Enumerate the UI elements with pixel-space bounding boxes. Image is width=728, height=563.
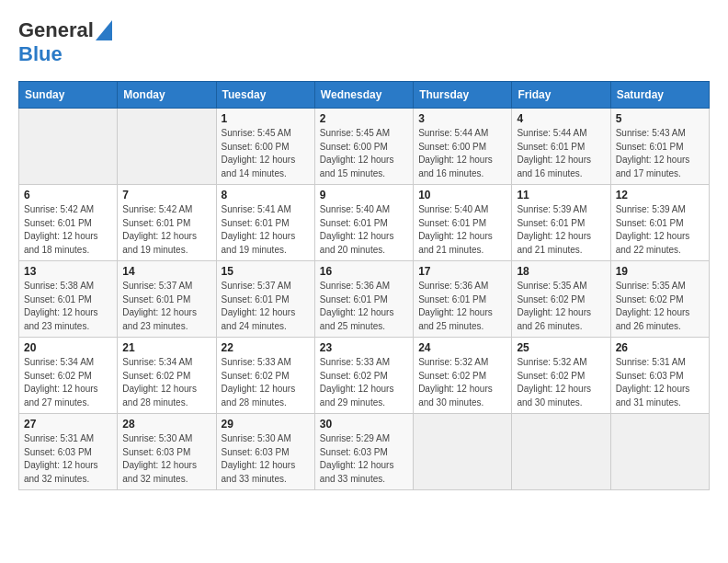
- day-number: 4: [517, 112, 605, 125]
- day-number: 12: [616, 189, 704, 201]
- day-info: Sunrise: 5:32 AMSunset: 6:02 PMDaylight:…: [418, 356, 506, 409]
- day-info: Sunrise: 5:39 AMSunset: 6:01 PMDaylight:…: [616, 203, 704, 257]
- day-info: Sunrise: 5:31 AMSunset: 6:03 PMDaylight:…: [24, 432, 112, 486]
- dow-header-monday: Monday: [118, 82, 216, 109]
- calendar-cell: 4Sunrise: 5:44 AMSunset: 6:01 PMDaylight…: [512, 109, 610, 185]
- day-info: Sunrise: 5:37 AMSunset: 6:01 PMDaylight:…: [222, 280, 310, 333]
- day-number: 28: [122, 418, 210, 431]
- calendar-cell: 16Sunrise: 5:36 AMSunset: 6:01 PMDayligh…: [314, 261, 413, 338]
- calendar-cell: 23Sunrise: 5:33 AMSunset: 6:02 PMDayligh…: [314, 338, 413, 414]
- day-info: Sunrise: 5:41 AMSunset: 6:01 PMDaylight:…: [222, 203, 310, 257]
- calendar-cell: [414, 414, 512, 490]
- day-number: 20: [24, 341, 112, 354]
- calendar-cell: 29Sunrise: 5:30 AMSunset: 6:03 PMDayligh…: [216, 414, 314, 490]
- day-number: 24: [418, 341, 506, 354]
- day-info: Sunrise: 5:29 AMSunset: 6:03 PMDaylight:…: [320, 432, 408, 486]
- calendar-cell: 15Sunrise: 5:37 AMSunset: 6:01 PMDayligh…: [216, 261, 314, 338]
- day-number: 9: [320, 189, 408, 201]
- day-number: 6: [24, 189, 112, 201]
- day-info: Sunrise: 5:40 AMSunset: 6:01 PMDaylight:…: [418, 203, 506, 257]
- day-number: 25: [517, 341, 605, 354]
- calendar-cell: 19Sunrise: 5:35 AMSunset: 6:02 PMDayligh…: [610, 261, 709, 338]
- calendar-table: SundayMondayTuesdayWednesdayThursdayFrid…: [18, 81, 710, 490]
- calendar-cell: 2Sunrise: 5:45 AMSunset: 6:00 PMDaylight…: [314, 109, 413, 185]
- calendar-cell: 7Sunrise: 5:42 AMSunset: 6:01 PMDaylight…: [118, 185, 216, 261]
- day-number: 15: [222, 265, 310, 278]
- day-number: 8: [222, 189, 310, 201]
- calendar-cell: 10Sunrise: 5:40 AMSunset: 6:01 PMDayligh…: [414, 185, 512, 261]
- calendar-body: 1Sunrise: 5:45 AMSunset: 6:00 PMDaylight…: [19, 109, 710, 490]
- day-number: 14: [122, 265, 210, 278]
- day-number: 3: [418, 112, 506, 125]
- day-info: Sunrise: 5:39 AMSunset: 6:01 PMDaylight:…: [517, 203, 605, 257]
- day-number: 17: [418, 265, 506, 278]
- week-row-3: 13Sunrise: 5:38 AMSunset: 6:01 PMDayligh…: [19, 261, 710, 338]
- day-number: 26: [616, 341, 704, 354]
- day-info: Sunrise: 5:36 AMSunset: 6:01 PMDaylight:…: [418, 280, 506, 333]
- day-info: Sunrise: 5:38 AMSunset: 6:01 PMDaylight:…: [24, 280, 112, 333]
- dow-header-saturday: Saturday: [610, 82, 709, 109]
- logo-arrow-icon: [96, 20, 112, 40]
- calendar-cell: 26Sunrise: 5:31 AMSunset: 6:03 PMDayligh…: [610, 338, 709, 414]
- dow-header-thursday: Thursday: [414, 82, 512, 109]
- day-info: Sunrise: 5:34 AMSunset: 6:02 PMDaylight:…: [24, 356, 112, 409]
- day-info: Sunrise: 5:44 AMSunset: 6:01 PMDaylight:…: [517, 127, 605, 180]
- day-info: Sunrise: 5:30 AMSunset: 6:03 PMDaylight:…: [222, 432, 310, 486]
- week-row-1: 1Sunrise: 5:45 AMSunset: 6:00 PMDaylight…: [19, 109, 710, 185]
- day-info: Sunrise: 5:44 AMSunset: 6:00 PMDaylight:…: [418, 127, 506, 180]
- calendar-cell: 25Sunrise: 5:32 AMSunset: 6:02 PMDayligh…: [512, 338, 610, 414]
- calendar-cell: [512, 414, 610, 490]
- day-info: Sunrise: 5:36 AMSunset: 6:01 PMDaylight:…: [320, 280, 408, 333]
- day-number: 13: [24, 265, 112, 278]
- day-info: Sunrise: 5:34 AMSunset: 6:02 PMDaylight:…: [122, 356, 210, 409]
- calendar-cell: 11Sunrise: 5:39 AMSunset: 6:01 PMDayligh…: [512, 185, 610, 261]
- day-info: Sunrise: 5:33 AMSunset: 6:02 PMDaylight:…: [320, 356, 408, 409]
- calendar-cell: 9Sunrise: 5:40 AMSunset: 6:01 PMDaylight…: [314, 185, 413, 261]
- dow-header-sunday: Sunday: [19, 82, 118, 109]
- logo-general: General: [18, 18, 94, 42]
- calendar-cell: [118, 109, 216, 185]
- day-number: 5: [616, 112, 704, 125]
- day-number: 2: [320, 112, 408, 125]
- day-number: 16: [320, 265, 408, 278]
- calendar-cell: 14Sunrise: 5:37 AMSunset: 6:01 PMDayligh…: [118, 261, 216, 338]
- day-number: 30: [320, 418, 408, 431]
- day-info: Sunrise: 5:40 AMSunset: 6:01 PMDaylight:…: [320, 203, 408, 257]
- calendar-cell: [610, 414, 709, 490]
- calendar-cell: 8Sunrise: 5:41 AMSunset: 6:01 PMDaylight…: [216, 185, 314, 261]
- calendar-cell: 27Sunrise: 5:31 AMSunset: 6:03 PMDayligh…: [19, 414, 118, 490]
- logo-blue: Blue: [18, 42, 63, 66]
- day-number: 7: [122, 189, 210, 201]
- calendar-cell: 17Sunrise: 5:36 AMSunset: 6:01 PMDayligh…: [414, 261, 512, 338]
- calendar-cell: 1Sunrise: 5:45 AMSunset: 6:00 PMDaylight…: [216, 109, 314, 185]
- day-number: 19: [616, 265, 704, 278]
- logo: General Blue: [18, 18, 112, 66]
- day-number: 29: [222, 418, 310, 431]
- calendar-cell: 30Sunrise: 5:29 AMSunset: 6:03 PMDayligh…: [314, 414, 413, 490]
- day-number: 22: [222, 341, 310, 354]
- dow-header-friday: Friday: [512, 82, 610, 109]
- day-info: Sunrise: 5:35 AMSunset: 6:02 PMDaylight:…: [616, 280, 704, 333]
- day-info: Sunrise: 5:30 AMSunset: 6:03 PMDaylight:…: [122, 432, 210, 486]
- calendar-cell: 3Sunrise: 5:44 AMSunset: 6:00 PMDaylight…: [414, 109, 512, 185]
- calendar-cell: 6Sunrise: 5:42 AMSunset: 6:01 PMDaylight…: [19, 185, 118, 261]
- days-of-week-row: SundayMondayTuesdayWednesdayThursdayFrid…: [19, 82, 710, 109]
- day-number: 27: [24, 418, 112, 431]
- calendar-cell: 28Sunrise: 5:30 AMSunset: 6:03 PMDayligh…: [118, 414, 216, 490]
- calendar-cell: 24Sunrise: 5:32 AMSunset: 6:02 PMDayligh…: [414, 338, 512, 414]
- day-info: Sunrise: 5:33 AMSunset: 6:02 PMDaylight:…: [222, 356, 310, 409]
- day-info: Sunrise: 5:32 AMSunset: 6:02 PMDaylight:…: [517, 356, 605, 409]
- day-info: Sunrise: 5:37 AMSunset: 6:01 PMDaylight:…: [122, 280, 210, 333]
- week-row-5: 27Sunrise: 5:31 AMSunset: 6:03 PMDayligh…: [19, 414, 710, 490]
- calendar-cell: 21Sunrise: 5:34 AMSunset: 6:02 PMDayligh…: [118, 338, 216, 414]
- calendar-cell: 22Sunrise: 5:33 AMSunset: 6:02 PMDayligh…: [216, 338, 314, 414]
- day-info: Sunrise: 5:43 AMSunset: 6:01 PMDaylight:…: [616, 127, 704, 180]
- day-info: Sunrise: 5:31 AMSunset: 6:03 PMDaylight:…: [616, 356, 704, 409]
- week-row-2: 6Sunrise: 5:42 AMSunset: 6:01 PMDaylight…: [19, 185, 710, 261]
- dow-header-wednesday: Wednesday: [314, 82, 413, 109]
- day-info: Sunrise: 5:42 AMSunset: 6:01 PMDaylight:…: [24, 203, 112, 257]
- calendar-cell: 13Sunrise: 5:38 AMSunset: 6:01 PMDayligh…: [19, 261, 118, 338]
- day-number: 23: [320, 341, 408, 354]
- dow-header-tuesday: Tuesday: [216, 82, 314, 109]
- day-number: 11: [517, 189, 605, 201]
